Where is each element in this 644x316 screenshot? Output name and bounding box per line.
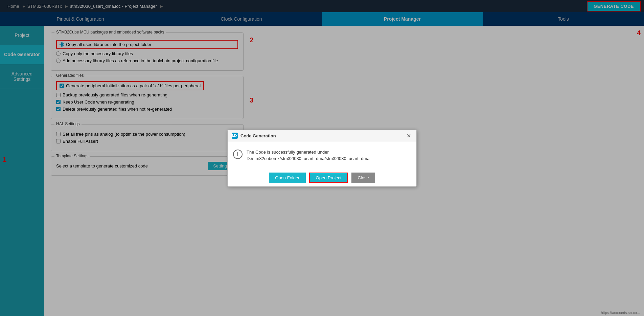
open-project-button[interactable]: Open Project: [309, 173, 348, 183]
dialog-close-btn[interactable]: Close: [351, 173, 375, 183]
dialog-mx-icon: MX: [232, 133, 238, 139]
dialog-footer: Open Folder Open Project Close: [228, 169, 416, 186]
code-generation-dialog: MX Code Generation ✕ i The Code is succe…: [227, 130, 417, 187]
dialog-body: i The Code is successfully generated und…: [228, 142, 416, 169]
dialog-title-bar: MX Code Generation ✕: [228, 130, 416, 142]
open-folder-button[interactable]: Open Folder: [269, 173, 305, 183]
dialog-message: The Code is successfully generated under…: [247, 149, 411, 162]
dialog-title: Code Generation: [240, 133, 405, 138]
info-icon: i: [233, 150, 243, 159]
dialog-overlay: MX Code Generation ✕ i The Code is succe…: [0, 0, 644, 316]
dialog-close-button[interactable]: ✕: [405, 133, 412, 139]
